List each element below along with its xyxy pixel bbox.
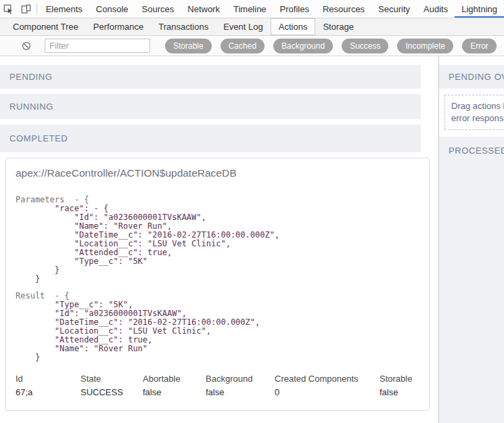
tab-timeline[interactable]: Timeline: [227, 0, 273, 18]
tab-console[interactable]: Console: [89, 0, 135, 18]
dropzone-text-line1: Drag actions he: [451, 100, 504, 112]
section-completed[interactable]: COMPLETED: [0, 125, 421, 152]
actions-toolbar: Storable Cached Background Success Incom…: [0, 36, 504, 56]
tab-resources[interactable]: Resources: [316, 0, 371, 18]
chip-incomplete[interactable]: Incomplete: [397, 39, 453, 53]
subtab-actions[interactable]: Actions: [271, 18, 316, 35]
chip-success[interactable]: Success: [342, 39, 388, 53]
action-detail-table: Id 67;a State SUCCESS Abortable false Ba…: [16, 374, 429, 397]
parameters-block: Parameters - { "race": - { "Id": "a02360…: [16, 196, 429, 284]
tab-audits[interactable]: Audits: [417, 0, 455, 18]
section-running-label: RUNNING: [0, 102, 53, 112]
action-title: apex://RaceController/ACTION$updateRaceD…: [16, 167, 429, 179]
detail-col-storable: Storable false: [380, 374, 412, 397]
override-dropzone[interactable]: Drag actions he error response.: [444, 95, 504, 130]
filter-input[interactable]: [45, 39, 150, 53]
section-completed-label: COMPLETED: [0, 133, 68, 143]
chip-storable[interactable]: Storable: [165, 39, 212, 53]
filter-chips: Storable Cached Background Success Incom…: [165, 39, 504, 53]
section-processed-overrides[interactable]: PROCESSED O: [439, 137, 504, 423]
devtools-tab-bar: Elements Console Sources Network Timelin…: [0, 0, 504, 18]
subtab-event-log[interactable]: Event Log: [216, 19, 271, 35]
action-card[interactable]: apex://RaceController/ACTION$updateRaceD…: [5, 158, 430, 411]
detail-col-state: State SUCCESS: [81, 374, 143, 397]
chip-cached[interactable]: Cached: [221, 39, 265, 53]
detail-col-id: Id 67;a: [16, 374, 81, 397]
section-pending-overrides[interactable]: PENDING OVE: [439, 65, 504, 89]
tab-sources[interactable]: Sources: [135, 0, 181, 18]
detail-col-created-components: Created Components 0: [275, 374, 380, 397]
clear-icon[interactable]: [22, 41, 31, 51]
tab-lightning[interactable]: Lightning: [455, 0, 504, 18]
section-pending[interactable]: PENDING: [0, 65, 421, 89]
chip-error[interactable]: Error: [462, 39, 497, 53]
subtab-performance[interactable]: Performance: [86, 19, 151, 35]
processed-overrides-label: PROCESSED O: [439, 137, 504, 156]
tab-network[interactable]: Network: [181, 0, 227, 18]
dropzone-text-line2: error response.: [451, 112, 504, 125]
tab-elements[interactable]: Elements: [39, 0, 89, 18]
device-toolbar-icon[interactable]: [17, 0, 34, 18]
subtab-storage[interactable]: Storage: [315, 19, 361, 35]
inspect-element-icon[interactable]: [0, 0, 17, 18]
actions-panel: PENDING RUNNING COMPLETED apex://RaceCon…: [0, 56, 504, 423]
overrides-sidebar: PENDING OVE Drag actions he error respon…: [439, 56, 504, 423]
tab-security[interactable]: Security: [371, 0, 417, 18]
detail-col-abortable: Abortable false: [143, 374, 206, 397]
result-block: Result - { "Type__c": "5K", "Id": "a0236…: [16, 292, 429, 362]
detail-col-background: Background false: [206, 374, 275, 397]
subtab-component-tree[interactable]: Component Tree: [5, 19, 86, 35]
section-pending-label: PENDING: [0, 72, 52, 82]
lightning-subtab-bar: Component Tree Performance Transactions …: [0, 18, 504, 36]
section-running[interactable]: RUNNING: [0, 94, 421, 119]
chip-background[interactable]: Background: [273, 39, 333, 53]
subtab-transactions[interactable]: Transactions: [151, 19, 216, 35]
pending-overrides-label: PENDING OVE: [439, 72, 504, 82]
separator: [37, 3, 37, 14]
tab-profiles[interactable]: Profiles: [273, 0, 316, 18]
